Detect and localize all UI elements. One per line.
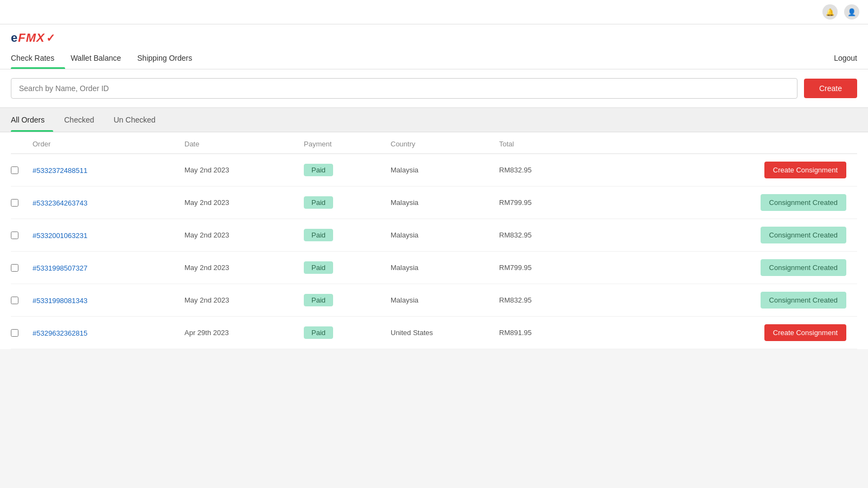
- row-checkbox-cell: [11, 199, 33, 207]
- order-link-0[interactable]: #5332372488511: [33, 166, 87, 175]
- logo-text: eFMX: [11, 31, 45, 45]
- paid-badge: Paid: [304, 294, 333, 306]
- paid-badge: Paid: [304, 326, 333, 339]
- order-link-2[interactable]: #5332001063231: [33, 232, 87, 240]
- top-bar-right: 🔔 👤: [822, 4, 859, 20]
- nav-row: Check Rates Wallet Balance Shipping Orde…: [11, 49, 857, 69]
- row-total: RM891.95: [499, 329, 575, 337]
- row-order-id: #5332364263743: [33, 198, 184, 207]
- col-action: [575, 140, 857, 148]
- bell-icon[interactable]: 🔔: [822, 4, 838, 20]
- order-link-3[interactable]: #5331998507327: [33, 264, 87, 272]
- row-checkbox-3[interactable]: [11, 264, 18, 272]
- row-date: May 2nd 2023: [184, 296, 304, 304]
- table-row: #5331998507327 May 2nd 2023 Paid Malaysi…: [11, 252, 857, 284]
- orders-table: Order Date Payment Country Total #533237…: [0, 132, 868, 349]
- row-checkbox-2[interactable]: [11, 232, 18, 239]
- logout-button[interactable]: Logout: [834, 54, 857, 69]
- consignment-created-button[interactable]: Consignment Created: [761, 259, 846, 276]
- row-action: Consignment Created: [575, 194, 857, 211]
- tabs-area: All Orders Checked Un Checked: [0, 108, 868, 132]
- table-body: #5332372488511 May 2nd 2023 Paid Malaysi…: [11, 154, 857, 349]
- row-order-id: #5331998507327: [33, 264, 184, 272]
- avatar-icon[interactable]: 👤: [844, 4, 859, 20]
- row-date: May 2nd 2023: [184, 264, 304, 272]
- row-action: Create Consignment: [575, 324, 857, 341]
- row-country: Malaysia: [391, 264, 499, 272]
- row-date: Apr 29th 2023: [184, 329, 304, 337]
- table-header: Order Date Payment Country Total: [11, 132, 857, 154]
- row-checkbox-cell: [11, 232, 33, 239]
- row-payment: Paid: [304, 229, 391, 241]
- row-country: Malaysia: [391, 166, 499, 174]
- row-order-id: #5332001063231: [33, 231, 184, 240]
- row-order-id: #5331998081343: [33, 296, 184, 305]
- tab-checked[interactable]: Checked: [64, 108, 103, 132]
- row-checkbox-cell: [11, 264, 33, 272]
- nav-check-rates[interactable]: Check Rates: [11, 49, 65, 69]
- row-payment: Paid: [304, 164, 391, 176]
- table-row: #5332001063231 May 2nd 2023 Paid Malaysi…: [11, 219, 857, 252]
- row-date: May 2nd 2023: [184, 231, 304, 239]
- row-checkbox-4[interactable]: [11, 297, 18, 304]
- row-date: May 2nd 2023: [184, 166, 304, 174]
- paid-badge: Paid: [304, 261, 333, 274]
- row-action: Consignment Created: [575, 259, 857, 276]
- row-total: RM799.95: [499, 264, 575, 272]
- order-link-4[interactable]: #5331998081343: [33, 297, 87, 305]
- col-total: Total: [499, 140, 575, 148]
- row-country: United States: [391, 329, 499, 337]
- order-link-1[interactable]: #5332364263743: [33, 199, 87, 207]
- table-row: #5331998081343 May 2nd 2023 Paid Malaysi…: [11, 284, 857, 317]
- col-date: Date: [184, 140, 304, 148]
- paid-badge: Paid: [304, 196, 333, 209]
- search-input[interactable]: [11, 78, 797, 99]
- row-checkbox-0[interactable]: [11, 166, 18, 174]
- row-action: Create Consignment: [575, 162, 857, 178]
- table-row: #5332372488511 May 2nd 2023 Paid Malaysi…: [11, 154, 857, 187]
- row-total: RM832.95: [499, 231, 575, 239]
- row-country: Malaysia: [391, 231, 499, 239]
- row-order-id: #5329632362815: [33, 329, 184, 337]
- row-payment: Paid: [304, 326, 391, 339]
- row-checkbox-5[interactable]: [11, 329, 18, 337]
- row-total: RM832.95: [499, 166, 575, 174]
- row-checkbox-cell: [11, 166, 33, 174]
- table-row: #5332364263743 May 2nd 2023 Paid Malaysi…: [11, 187, 857, 219]
- row-country: Malaysia: [391, 296, 499, 304]
- tab-unchecked[interactable]: Un Checked: [114, 108, 164, 132]
- create-consignment-button[interactable]: Create Consignment: [764, 324, 846, 341]
- row-checkbox-1[interactable]: [11, 199, 18, 207]
- consignment-created-button[interactable]: Consignment Created: [761, 194, 846, 211]
- search-area: Create: [0, 69, 868, 108]
- header: eFMX ✓ Check Rates Wallet Balance Shippi…: [0, 24, 868, 69]
- col-checkbox: [11, 140, 33, 148]
- main-nav: Check Rates Wallet Balance Shipping Orde…: [11, 49, 208, 69]
- row-action: Consignment Created: [575, 227, 857, 243]
- nav-shipping-orders[interactable]: Shipping Orders: [137, 49, 203, 69]
- row-action: Consignment Created: [575, 292, 857, 309]
- col-payment: Payment: [304, 140, 391, 148]
- row-payment: Paid: [304, 294, 391, 306]
- create-consignment-button[interactable]: Create Consignment: [764, 162, 846, 178]
- top-bar: 🔔 👤: [0, 0, 868, 24]
- row-checkbox-cell: [11, 329, 33, 337]
- logo: eFMX ✓: [11, 31, 857, 45]
- row-date: May 2nd 2023: [184, 198, 304, 207]
- create-button[interactable]: Create: [804, 79, 857, 98]
- row-payment: Paid: [304, 261, 391, 274]
- col-order: Order: [33, 140, 184, 148]
- tab-all-orders[interactable]: All Orders: [11, 108, 53, 132]
- consignment-created-button[interactable]: Consignment Created: [761, 292, 846, 309]
- col-country: Country: [391, 140, 499, 148]
- nav-wallet-balance[interactable]: Wallet Balance: [71, 49, 132, 69]
- consignment-created-button[interactable]: Consignment Created: [761, 227, 846, 243]
- paid-badge: Paid: [304, 164, 333, 176]
- order-link-5[interactable]: #5329632362815: [33, 329, 87, 337]
- row-order-id: #5332372488511: [33, 166, 184, 175]
- table-row: #5329632362815 Apr 29th 2023 Paid United…: [11, 317, 857, 349]
- row-total: RM832.95: [499, 296, 575, 304]
- row-payment: Paid: [304, 196, 391, 209]
- row-checkbox-cell: [11, 297, 33, 304]
- logo-checkmark: ✓: [46, 31, 55, 44]
